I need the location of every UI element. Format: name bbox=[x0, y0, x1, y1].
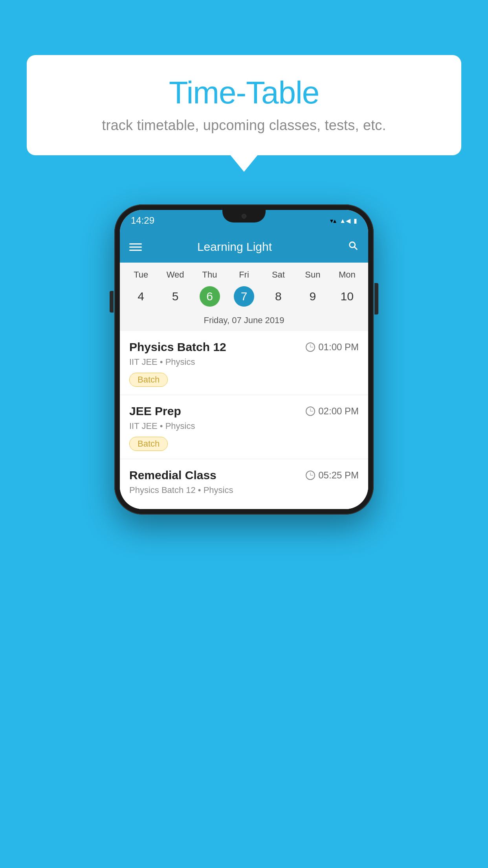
phone-mockup: 14:29 ▾▴ ▲◀ ▮ bbox=[114, 204, 374, 515]
date-10: 10 bbox=[337, 286, 357, 307]
schedule-time-value-1: 01:00 PM bbox=[318, 342, 359, 353]
schedule-time-3: 05:25 PM bbox=[306, 470, 359, 481]
date-cell-4[interactable]: 4 bbox=[124, 286, 158, 307]
day-label-mon: Mon bbox=[330, 270, 364, 280]
phone-outer: 14:29 ▾▴ ▲◀ ▮ bbox=[114, 204, 374, 515]
status-time: 14:29 bbox=[131, 215, 154, 226]
notch bbox=[222, 210, 266, 223]
date-cell-10[interactable]: 10 bbox=[330, 286, 364, 307]
date-cell-5[interactable]: 5 bbox=[158, 286, 192, 307]
schedule-name-3: Remedial Class bbox=[129, 469, 216, 482]
clock-icon-2 bbox=[306, 406, 315, 416]
search-icon[interactable] bbox=[348, 240, 359, 254]
date-6-today: 6 bbox=[200, 286, 220, 307]
schedule-meta-3: Physics Batch 12 • Physics bbox=[129, 485, 359, 495]
camera-dot bbox=[242, 214, 246, 219]
selected-date-label: Friday, 07 June 2019 bbox=[120, 313, 368, 331]
schedule-badge-1: Batch bbox=[129, 373, 168, 387]
date-8: 8 bbox=[268, 286, 288, 307]
schedule-time-1: 01:00 PM bbox=[306, 342, 359, 353]
date-4: 4 bbox=[131, 286, 151, 307]
day-label-sun: Sun bbox=[295, 270, 330, 280]
date-9: 9 bbox=[303, 286, 323, 307]
day-label-thu: Thu bbox=[193, 270, 227, 280]
date-cell-6[interactable]: 6 bbox=[193, 286, 227, 307]
schedule-item-1-header: Physics Batch 12 01:00 PM bbox=[129, 340, 359, 354]
status-bar: 14:29 ▾▴ ▲◀ ▮ bbox=[120, 210, 368, 231]
phone-inner: 14:29 ▾▴ ▲◀ ▮ bbox=[120, 210, 368, 509]
bubble-subtitle: track timetable, upcoming classes, tests… bbox=[50, 117, 438, 134]
schedule-name-2: JEE Prep bbox=[129, 405, 181, 418]
app-title: Learning Light bbox=[129, 240, 340, 254]
app-bar: Learning Light bbox=[120, 231, 368, 263]
day-label-tue: Tue bbox=[124, 270, 158, 280]
date-7-selected: 7 bbox=[234, 286, 254, 307]
calendar-section: Tue Wed Thu Fri Sat Sun Mon 4 5 bbox=[120, 263, 368, 331]
dates-row: 4 5 6 7 8 bbox=[120, 283, 368, 313]
schedule-time-2: 02:00 PM bbox=[306, 406, 359, 417]
clock-icon-3 bbox=[306, 471, 315, 480]
date-cell-9[interactable]: 9 bbox=[295, 286, 330, 307]
date-5: 5 bbox=[165, 286, 185, 307]
speech-bubble: Time-Table track timetable, upcoming cla… bbox=[27, 55, 461, 155]
wifi-icon: ▾▴ bbox=[330, 217, 336, 224]
day-label-fri: Fri bbox=[227, 270, 261, 280]
schedule-meta-1: IIT JEE • Physics bbox=[129, 357, 359, 367]
bubble-title: Time-Table bbox=[50, 75, 438, 111]
svg-line-1 bbox=[354, 246, 357, 249]
schedule-item-1[interactable]: Physics Batch 12 01:00 PM IIT JEE • Phys… bbox=[120, 331, 368, 395]
schedule-time-value-2: 02:00 PM bbox=[318, 406, 359, 417]
battery-icon: ▮ bbox=[354, 217, 357, 224]
schedule-meta-2: IIT JEE • Physics bbox=[129, 421, 359, 431]
schedule-item-2[interactable]: JEE Prep 02:00 PM IIT JEE • Physics Batc… bbox=[120, 395, 368, 459]
speech-bubble-container: Time-Table track timetable, upcoming cla… bbox=[27, 55, 461, 155]
schedule-time-value-3: 05:25 PM bbox=[318, 470, 359, 481]
phone-screen: 14:29 ▾▴ ▲◀ ▮ bbox=[120, 210, 368, 509]
signal-icon: ▲◀ bbox=[339, 217, 350, 224]
schedule-item-3[interactable]: Remedial Class 05:25 PM Physics Batch 12… bbox=[120, 459, 368, 509]
schedule-item-3-header: Remedial Class 05:25 PM bbox=[129, 469, 359, 482]
days-header: Tue Wed Thu Fri Sat Sun Mon bbox=[120, 263, 368, 283]
status-icons: ▾▴ ▲◀ ▮ bbox=[330, 217, 357, 224]
schedule-badge-2: Batch bbox=[129, 437, 168, 451]
day-label-sat: Sat bbox=[261, 270, 295, 280]
schedule-list: Physics Batch 12 01:00 PM IIT JEE • Phys… bbox=[120, 331, 368, 509]
schedule-item-2-header: JEE Prep 02:00 PM bbox=[129, 405, 359, 418]
date-cell-7[interactable]: 7 bbox=[227, 286, 261, 307]
schedule-name-1: Physics Batch 12 bbox=[129, 340, 226, 354]
clock-icon-1 bbox=[306, 342, 315, 352]
date-cell-8[interactable]: 8 bbox=[261, 286, 295, 307]
day-label-wed: Wed bbox=[158, 270, 192, 280]
